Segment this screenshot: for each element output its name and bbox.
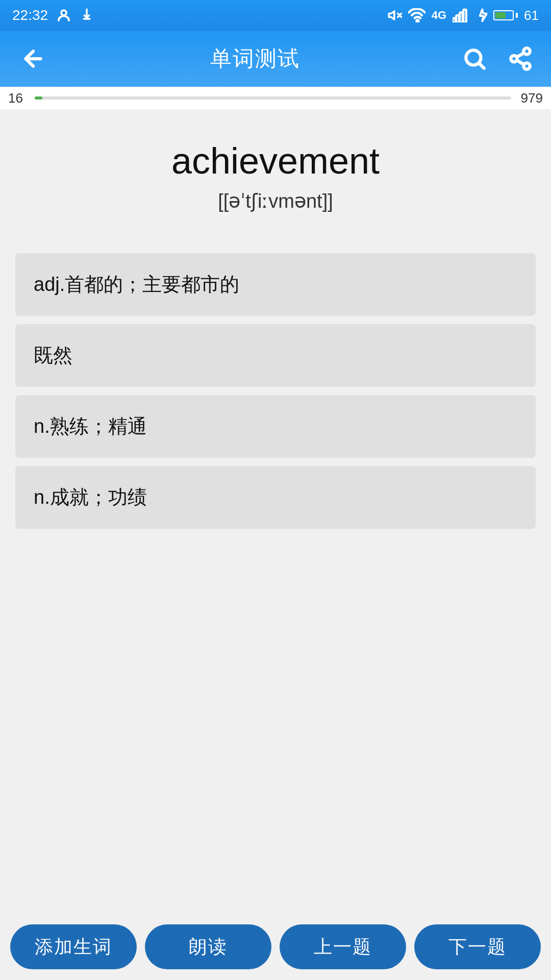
mute-icon <box>388 8 402 22</box>
nav-icons <box>459 43 536 74</box>
nav-title: 单词测试 <box>210 44 300 73</box>
person-icon <box>56 8 71 23</box>
main-content: achievement [[əˈtʃiːvmənt]] adj.首都的；主要都市… <box>0 109 551 914</box>
svg-rect-4 <box>460 12 463 22</box>
word-text: achievement <box>20 140 531 182</box>
option-2[interactable]: 既然 <box>15 324 536 387</box>
svg-rect-3 <box>456 15 459 22</box>
network-4g: 4G <box>432 9 446 22</box>
charging-icon <box>476 8 487 22</box>
svg-rect-2 <box>453 18 456 22</box>
progress-total: 979 <box>517 90 543 106</box>
options-section: adj.首都的；主要都市的 既然 n.熟练；精通 n.成就；功绩 <box>0 233 551 549</box>
svg-rect-5 <box>463 10 466 22</box>
status-left: 22:32 <box>12 7 94 23</box>
wifi-icon <box>408 8 425 22</box>
option-1[interactable]: adj.首都的；主要都市的 <box>15 253 536 316</box>
back-button[interactable] <box>15 41 51 77</box>
progress-current: 16 <box>8 90 29 106</box>
progress-bar-area: 16 979 <box>0 87 551 109</box>
progress-track <box>35 96 511 100</box>
add-word-button[interactable]: 添加生词 <box>10 924 137 969</box>
option-4[interactable]: n.成就；功绩 <box>15 466 536 529</box>
next-question-button[interactable]: 下一题 <box>414 924 541 969</box>
option-3[interactable]: n.熟练；精通 <box>15 395 536 458</box>
share-button[interactable] <box>505 43 536 74</box>
status-bar: 22:32 4G <box>0 0 551 31</box>
usb-icon <box>80 8 94 22</box>
nav-bar: 单词测试 <box>0 31 551 87</box>
battery-indicator <box>493 10 518 20</box>
progress-fill <box>35 96 42 100</box>
status-time: 22:32 <box>12 7 48 23</box>
read-aloud-button[interactable]: 朗读 <box>145 924 271 969</box>
status-right: 4G 61 <box>388 8 539 23</box>
word-phonetic: [[əˈtʃiːvmənt]] <box>20 190 531 212</box>
signal-icon <box>453 8 470 22</box>
bottom-bar: 添加生词 朗读 上一题 下一题 <box>0 914 551 980</box>
battery-percent: 61 <box>524 8 539 23</box>
svg-point-1 <box>416 20 418 22</box>
word-section: achievement [[əˈtʃiːvmənt]] <box>0 109 551 233</box>
prev-question-button[interactable]: 上一题 <box>280 924 406 969</box>
search-button[interactable] <box>459 43 490 74</box>
svg-point-0 <box>61 10 66 15</box>
